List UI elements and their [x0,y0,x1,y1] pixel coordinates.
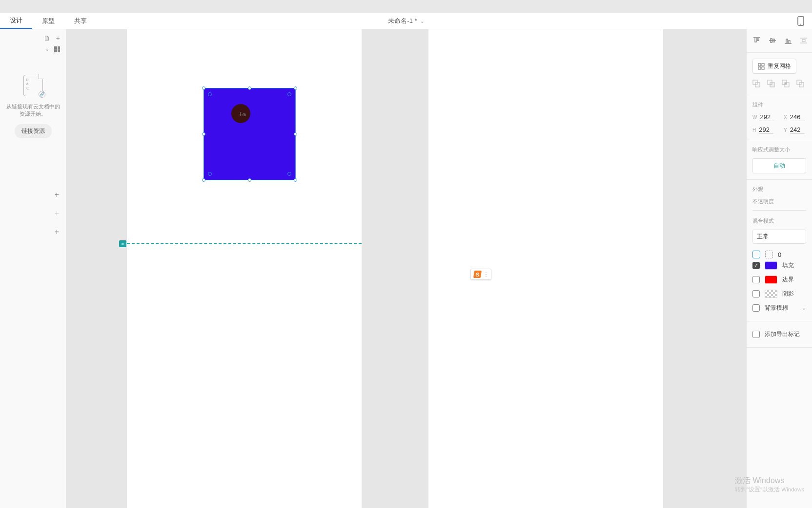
svg-rect-12 [785,83,787,85]
boolean-exclude-icon[interactable] [796,80,804,89]
bg-blur-label: 背景模糊 [765,304,788,312]
opacity-slider[interactable] [752,210,806,211]
os-titlebar [0,0,812,13]
corner-radius-handle[interactable] [287,172,291,176]
fill-row: ✓ 填充 [752,258,806,273]
corner-individual-icon[interactable] [765,251,773,258]
resize-handle-tr[interactable] [294,86,297,90]
main-area: 🗎 + ⌄ DA⬡ 🔗 从链接现有云文档中的资源开始。 链接资源 + + + [0,29,812,508]
width-input[interactable]: 292 [760,113,774,121]
align-vcenter-icon[interactable] [768,36,777,46]
canvas[interactable]: + = S ⋮ [66,29,746,508]
left-panel: 🗎 + ⌄ DA⬡ 🔗 从链接现有云文档中的资源开始。 链接资源 + + + [0,29,66,508]
bg-blur-row: 背景模糊 ⌄ [752,301,806,315]
corner-radius-handle[interactable] [208,172,212,176]
guide-tag[interactable]: = [119,240,126,247]
height-key: H [752,127,756,133]
svg-rect-2 [758,64,761,66]
resize-handle-bl[interactable] [202,178,205,182]
corner-uniform-icon[interactable] [752,251,760,258]
left-panel-top-icons: 🗎 + [0,29,66,42]
shadow-label: 阴影 [782,290,794,298]
link-assets-button[interactable]: 链接资源 [15,124,52,138]
assets-hint-text: 从链接现有云文档中的资源开始。 [5,103,61,118]
plus-icon[interactable]: + [56,34,60,42]
section-add-icon-disabled: + [55,209,59,218]
svg-rect-5 [762,67,764,69]
page-icon[interactable]: 🗎 [43,34,50,42]
ime-more-icon: ⋮ [484,272,488,277]
corner-radius-input[interactable]: 0 [778,251,781,258]
width-key: W [752,115,757,120]
y-input[interactable]: 242 [790,126,805,134]
selected-rectangle[interactable] [203,88,296,180]
responsive-label: 响应式调整大小 [752,146,806,153]
align-bottom-icon[interactable] [784,36,792,46]
shadow-checkbox[interactable] [752,290,760,297]
document-title[interactable]: 未命名-1 * ⌄ [388,13,424,29]
tab-design[interactable]: 设计 [0,13,32,29]
svg-point-1 [800,24,801,25]
x-key: X [784,115,787,120]
resize-handle-tl[interactable] [202,86,205,90]
ime-indicator[interactable]: S ⋮ [470,269,491,280]
responsive-auto-button[interactable]: 自动 [752,158,806,173]
resize-handle-tm[interactable] [248,86,251,90]
device-preview-icon[interactable] [797,13,804,29]
artboard-2[interactable] [428,29,663,508]
tab-share[interactable]: 共享 [64,13,97,29]
bg-blur-checkbox[interactable] [752,304,760,312]
height-input[interactable]: 292 [759,126,773,134]
border-checkbox[interactable] [752,276,760,283]
resize-handle-bm[interactable] [248,178,251,182]
export-section: 添加导出标记 [747,321,812,348]
top-bar: 设计 原型 共享 未命名-1 * ⌄ [0,13,812,29]
appearance-section: 外观 不透明度 混合模式 正常 0 ✓ 填充 边界 [747,180,812,321]
boolean-add-icon[interactable] [752,80,760,89]
export-mark-checkbox[interactable] [752,331,760,338]
grid-icon [758,63,765,70]
ime-s-icon: S [473,271,482,278]
shadow-swatch[interactable] [765,290,777,298]
align-section [747,29,812,53]
appearance-label: 外观 [752,186,806,193]
svg-rect-9 [770,83,774,87]
boolean-intersect-icon[interactable] [782,80,790,89]
document-title-text: 未命名-1 * [388,17,417,25]
grid-view-icon[interactable] [54,46,60,52]
section-add-icon[interactable]: + [55,190,59,199]
repeat-grid-button[interactable]: 重复网格 [752,59,796,74]
resize-handle-ml[interactable] [202,132,205,136]
fill-swatch[interactable] [765,261,777,270]
horizontal-guide[interactable] [127,243,362,244]
crosshair-icon: + [239,110,243,118]
chevron-down-icon[interactable]: ⌄ [45,46,49,52]
resize-handle-mr[interactable] [294,132,297,136]
border-label: 边界 [782,275,794,284]
linked-doc-icon: DA⬡ 🔗 [23,75,43,96]
chevron-down-icon[interactable]: ⌄ [802,305,806,311]
drawing-cursor: + [231,104,250,123]
link-icon: 🔗 [39,91,45,98]
border-swatch[interactable] [765,275,777,284]
assets-placeholder: DA⬡ 🔗 从链接现有云文档中的资源开始。 链接资源 [0,59,66,146]
opacity-label: 不透明度 [752,198,806,205]
blend-label: 混合模式 [752,217,806,225]
distribute-vertical-icon[interactable] [799,36,808,46]
mode-tabs: 设计 原型 共享 [0,13,97,29]
transform-section: 组件 W292 X246 H292 Y242 [747,95,812,140]
repeat-grid-section: 重复网格 [747,53,812,95]
corner-radius-handle[interactable] [287,92,291,96]
boolean-subtract-icon[interactable] [767,80,775,89]
section-add-icon[interactable]: + [55,228,59,236]
tab-prototype[interactable]: 原型 [32,13,64,29]
resize-handle-br[interactable] [294,178,297,182]
blend-mode-select[interactable]: 正常 [752,230,806,244]
fill-checkbox[interactable]: ✓ [752,262,760,269]
y-key: Y [784,127,787,133]
shadow-row: 阴影 [752,287,806,301]
responsive-section: 响应式调整大小 自动 [747,140,812,180]
corner-radius-handle[interactable] [208,92,212,96]
x-input[interactable]: 246 [790,113,805,121]
align-top-icon[interactable] [752,36,761,46]
